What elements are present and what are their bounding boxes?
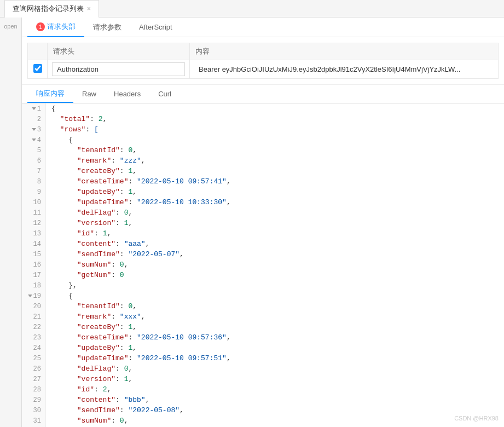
line-number: 13: [22, 228, 45, 239]
code-line: "createTime": "2022-05-10 09:57:36",: [51, 332, 499, 343]
code-line: "sendTime": "2022-05-07",: [51, 249, 499, 259]
line-number[interactable]: 4: [22, 135, 45, 145]
code-line: "createBy": 1,: [51, 166, 499, 176]
headers-section: 请求头 内容: [22, 37, 504, 85]
header-value-column: 内容: [190, 43, 499, 60]
line-number: 15: [22, 249, 45, 259]
checkbox-header: [28, 43, 48, 60]
left-sidebar: open: [0, 18, 22, 427]
tab-label: AfterScript: [139, 23, 172, 31]
code-line: "delFlag": 0,: [51, 363, 499, 374]
line-number: 30: [22, 405, 45, 416]
code-line: "rows": [: [51, 124, 499, 135]
code-line: "remark": "zzz",: [51, 155, 499, 166]
line-number: 14: [22, 239, 45, 249]
line-number: 17: [22, 270, 45, 280]
code-line: "id": 1,: [51, 228, 499, 239]
response-section: 响应内容 Raw Headers Curl 123456789101112131…: [22, 85, 504, 427]
line-number: 21: [22, 311, 45, 322]
code-line: "delFlag": 0,: [51, 207, 499, 218]
tab-raw[interactable]: Raw: [73, 86, 105, 101]
tab-request-headers[interactable]: 1 请求头部: [27, 18, 84, 37]
header-name-column: 请求头: [48, 43, 190, 60]
code-line: "id": 2,: [51, 384, 499, 395]
line-number: 27: [22, 374, 45, 384]
header-checkbox[interactable]: [33, 64, 42, 73]
code-line: "tenantId": 0,: [51, 145, 499, 155]
line-number: 23: [22, 332, 45, 343]
line-number: 16: [22, 259, 45, 270]
code-line: {: [51, 103, 499, 114]
code-line: "total": 2,: [51, 114, 499, 124]
tab-label: 请求参数: [93, 22, 121, 32]
code-line: "content": "bbb",: [51, 395, 499, 405]
tab-label: 请求头部: [47, 22, 76, 32]
code-line: "updateTime": "2022-05-10 09:57:51",: [51, 353, 499, 363]
line-number: 11: [22, 207, 45, 218]
tab-badge: 1: [36, 22, 45, 31]
code-line: {: [51, 135, 499, 145]
line-number: 25: [22, 353, 45, 363]
watermark: CSDN @HRX98: [454, 415, 499, 422]
tab-close-icon[interactable]: ×: [87, 5, 91, 13]
line-number: 9: [22, 187, 45, 197]
response-tabs: 响应内容 Raw Headers Curl: [22, 85, 504, 103]
line-number[interactable]: 1: [22, 103, 45, 114]
tab-request-params[interactable]: 请求参数: [84, 18, 130, 37]
code-line: "sumNum": 0,: [51, 416, 499, 426]
code-line: "sendTime": "2022-05-08",: [51, 405, 499, 416]
tab-label: 查询网格指令记录列表: [13, 4, 84, 14]
tab-response-content[interactable]: 响应内容: [27, 85, 73, 103]
code-area: 1234567891011121314151617181920212223242…: [22, 103, 504, 427]
line-number: 2: [22, 114, 45, 124]
line-number: 6: [22, 155, 45, 166]
code-line: "createTime": "2022-05-10 09:57:41",: [51, 176, 499, 187]
line-number: 28: [22, 384, 45, 395]
code-line: "version": 1,: [51, 218, 499, 228]
line-number: 26: [22, 363, 45, 374]
code-line: "getNum": 0: [51, 270, 499, 280]
line-number[interactable]: 19: [22, 291, 45, 301]
tab-afterscript[interactable]: AfterScript: [130, 19, 181, 36]
line-number: 7: [22, 166, 45, 176]
code-content: { "total": 2, "rows": [ { "tenantId": 0,…: [46, 103, 504, 427]
tab-curl[interactable]: Curl: [149, 86, 180, 101]
code-line: "tenantId": 0,: [51, 301, 499, 311]
tab-headers[interactable]: Headers: [105, 86, 149, 101]
code-line: "remark": "xxx",: [51, 311, 499, 322]
line-number: 10: [22, 197, 45, 207]
line-number[interactable]: 3: [22, 124, 45, 135]
main-tab[interactable]: 查询网格指令记录列表 ×: [4, 0, 99, 18]
code-line: "sumNum": 0,: [51, 259, 499, 270]
top-tab-bar: 查询网格指令记录列表 ×: [0, 0, 504, 18]
line-number: 29: [22, 395, 45, 405]
line-number: 5: [22, 145, 45, 155]
code-line: "updateBy": 1,: [51, 187, 499, 197]
code-line: },: [51, 280, 499, 291]
main-content: 1 请求头部 请求参数 AfterScript 请求头 内容: [22, 18, 504, 427]
headers-table: 请求头 内容: [27, 43, 499, 79]
code-line: "updateTime": "2022-05-10 10:33:30",: [51, 197, 499, 207]
line-number: 31: [22, 416, 45, 426]
line-numbers: 1234567891011121314151617181920212223242…: [22, 103, 46, 427]
request-tabs: 1 请求头部 请求参数 AfterScript: [22, 18, 504, 37]
line-number: 18: [22, 280, 45, 291]
code-line: {: [51, 291, 499, 301]
header-value-input[interactable]: [194, 63, 494, 76]
code-line: "version": 1,: [51, 374, 499, 384]
line-number: 22: [22, 322, 45, 332]
header-row: [28, 60, 499, 79]
header-name-input[interactable]: [52, 62, 185, 76]
code-line: "createBy": 1,: [51, 322, 499, 332]
line-number: 20: [22, 301, 45, 311]
main-layout: open 1 请求头部 请求参数 AfterScript 请求头: [0, 18, 504, 427]
code-line: "content": "aaa",: [51, 239, 499, 249]
code-line: "updateBy": 1,: [51, 343, 499, 353]
line-number: 8: [22, 176, 45, 187]
sidebar-label: open: [4, 23, 17, 30]
line-number: 24: [22, 343, 45, 353]
line-number: 12: [22, 218, 45, 228]
